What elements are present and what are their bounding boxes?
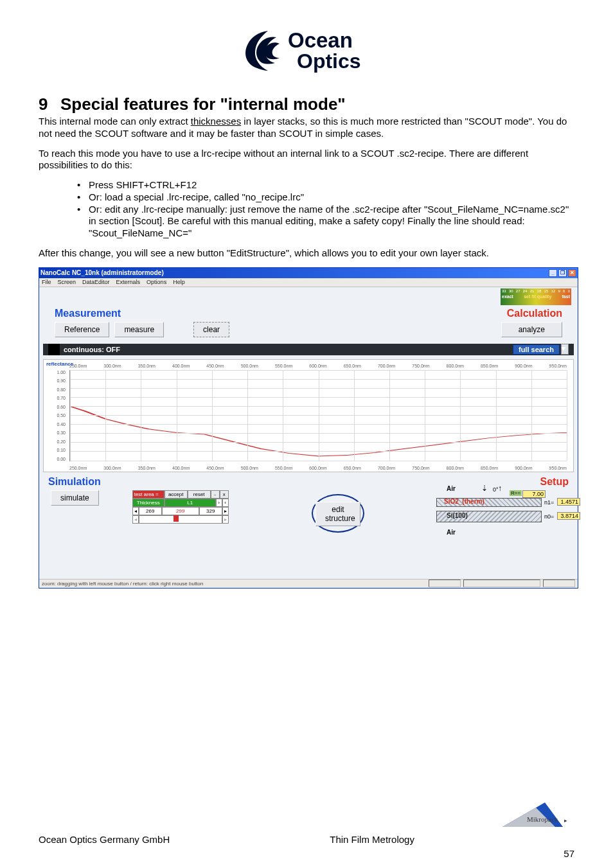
layer-stack-diagram: edit structure Air ⇣ ↑ 0° R== 7.00 SiO2_… xyxy=(375,490,574,561)
menu-dataeditor[interactable]: DataEditor xyxy=(82,279,110,285)
stack-air-top: Air xyxy=(447,485,456,492)
slider-right[interactable]: ▸ xyxy=(222,515,229,524)
thickness-max[interactable]: 329 xyxy=(199,507,222,515)
thickness-spin-right[interactable]: › xyxy=(216,499,222,507)
reference-button[interactable]: Reference xyxy=(55,322,109,337)
simulate-button[interactable]: simulate xyxy=(51,490,99,506)
continuous-bar: continuous: OFF full search ▾ xyxy=(43,344,574,355)
chart-axes xyxy=(69,370,567,461)
reflectance-chart[interactable]: reflectance 250.0nm300.0nm350.0nm400.0nm… xyxy=(43,359,574,472)
maximize-icon[interactable]: ❐ xyxy=(558,269,567,277)
menu-externals[interactable]: Externals xyxy=(116,279,141,285)
full-search-dropdown-icon[interactable]: ▾ xyxy=(561,344,569,355)
slider-left[interactable]: ◂ xyxy=(132,515,139,524)
window-title: NanoCalc NC_10nk (administratormode) xyxy=(40,269,164,276)
n1-value: 1.4571 xyxy=(557,498,580,506)
simulation-heading: Simulation xyxy=(48,476,101,488)
brand-logo: Ocean Optics xyxy=(39,19,574,82)
chart-x-ticks-top: 250.0nm300.0nm350.0nm400.0nm450.0nm500.0… xyxy=(69,364,567,368)
thickness-x-cell[interactable]: x xyxy=(220,490,229,499)
thickness-panel: test area = accept reset - x Thickness L… xyxy=(132,490,229,524)
calculation-heading: Calculation xyxy=(507,308,562,319)
analyze-button[interactable]: analyze xyxy=(501,322,562,337)
setup-heading: Setup xyxy=(540,476,569,488)
fit-quality-indicator[interactable]: 333027 242118 15129 63 exact set fit qua… xyxy=(501,288,571,305)
intro-paragraph-2: To reach this mode you have to use a lrc… xyxy=(39,148,574,172)
status-cell xyxy=(463,580,540,587)
mikropack-logo: Mikropack ▸ xyxy=(501,799,572,829)
section-title-text: Special features for "internal mode" xyxy=(60,94,346,114)
bullet-item: Or: load a special .lrc-recipe, called "… xyxy=(77,191,574,204)
arrow-down-icon: ⇣ xyxy=(481,484,488,493)
logo-text-2: Optics xyxy=(297,49,361,73)
test-area-header: test area = xyxy=(132,490,164,499)
thickness-l1: L1 xyxy=(164,499,216,507)
r-value: 7.00 xyxy=(522,490,546,498)
thickness-spin-left[interactable]: ‹ xyxy=(222,499,229,507)
thickness-dash: - xyxy=(211,490,220,499)
footer-mid: Thin Film Metrology xyxy=(330,834,414,845)
intro-paragraph-1: This internal mode can only extract thic… xyxy=(39,116,574,140)
clear-button[interactable]: clear xyxy=(193,322,229,337)
intro-paragraph-3: After this change, you will see a new bu… xyxy=(39,247,574,260)
page-number: 57 xyxy=(564,848,574,859)
continuous-label: continuous: OFF xyxy=(64,346,120,353)
instruction-list: Press SHIFT+CTRL+F12 Or: load a special … xyxy=(77,179,574,240)
spin-right-icon[interactable]: ▸ xyxy=(222,507,229,515)
menubar: File Screen DataEditor Externals Options… xyxy=(39,278,578,287)
continuous-indicator xyxy=(48,344,60,355)
thickness-slider-thumb[interactable] xyxy=(173,515,179,522)
bullet-item: Or: edit any .lrc-recipe manually: just … xyxy=(77,204,574,240)
menu-screen[interactable]: Screen xyxy=(58,279,76,285)
reset-cell[interactable]: reset xyxy=(188,490,211,499)
status-bar: zoom: dragging with left mouse button / … xyxy=(39,579,578,588)
nanocalc-window: NanoCalc NC_10nk (administratormode) _ ❐… xyxy=(39,267,578,589)
svg-text:Mikropack: Mikropack xyxy=(527,815,558,823)
thickness-min[interactable]: 269 xyxy=(139,507,162,515)
full-search-button[interactable]: full search xyxy=(513,344,560,355)
close-icon[interactable]: ✕ xyxy=(568,269,576,277)
status-cell xyxy=(429,580,461,587)
minimize-icon[interactable]: _ xyxy=(549,269,557,277)
layer-si100-label: Si(100) xyxy=(447,512,468,519)
measurement-heading: Measurement xyxy=(55,308,121,319)
thickness-row-label: Thickness xyxy=(132,499,164,507)
thickness-value[interactable]: 299 xyxy=(162,507,199,515)
section-number: 9 xyxy=(39,94,60,114)
status-cell xyxy=(543,580,575,587)
angle-label: 0° xyxy=(493,486,499,493)
status-text: zoom: dragging with left mouse button / … xyxy=(42,581,203,587)
n0-label: n0= xyxy=(544,513,554,520)
spin-left-icon[interactable]: ◂ xyxy=(132,507,139,515)
n1-label: n1= xyxy=(544,499,554,506)
section-heading: 9 Special features for "internal mode" xyxy=(39,94,574,114)
accept-cell[interactable]: accept xyxy=(164,490,188,499)
menu-help[interactable]: Help xyxy=(173,279,185,285)
measure-button[interactable]: measure xyxy=(114,322,164,337)
menu-options[interactable]: Options xyxy=(147,279,166,285)
page-footer: Ocean Optics Germany GmbH Thin Film Metr… xyxy=(39,834,574,845)
footer-left: Ocean Optics Germany GmbH xyxy=(39,834,170,845)
layer-sio2-label: SiO2_(therm) xyxy=(444,498,484,505)
ocean-optics-logo: Ocean Optics xyxy=(239,19,374,80)
n0-value: 3.8714 xyxy=(557,512,580,520)
stack-air-bottom: Air xyxy=(447,529,456,536)
r-label: R== xyxy=(510,490,522,496)
bullet-item: Press SHIFT+CTRL+F12 xyxy=(77,179,574,191)
chart-x-ticks-bottom: 250.0nm300.0nm350.0nm400.0nm450.0nm500.0… xyxy=(69,466,567,470)
svg-text:▸: ▸ xyxy=(564,817,567,824)
menu-file[interactable]: File xyxy=(42,279,51,285)
chart-y-ticks: 1.000.900.800.700.600.500.400.300.200.10… xyxy=(50,370,66,461)
underlined-word: thicknesses xyxy=(191,116,241,127)
edit-structure-button[interactable]: edit structure xyxy=(315,502,360,526)
logo-text-1: Ocean xyxy=(288,28,353,52)
titlebar: NanoCalc NC_10nk (administratormode) _ ❐… xyxy=(39,268,578,278)
